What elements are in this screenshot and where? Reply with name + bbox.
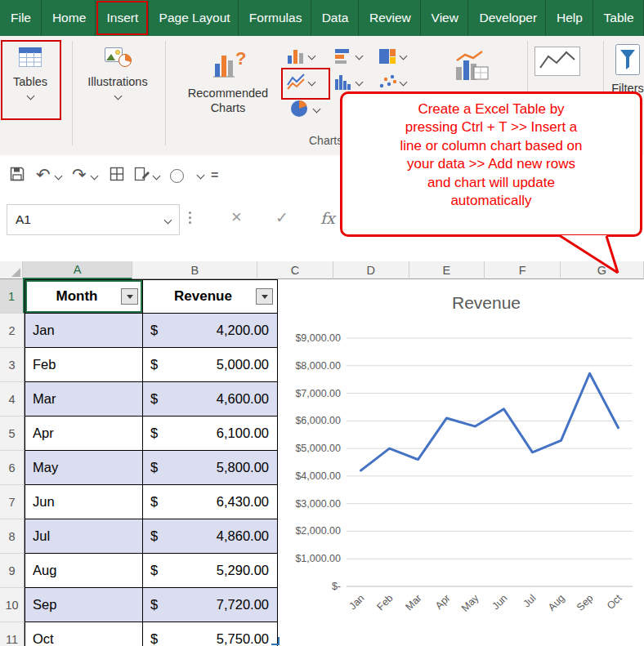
cell-B1-revenue-header[interactable]: Revenue bbox=[143, 279, 278, 314]
row-header[interactable]: 9 bbox=[0, 554, 25, 588]
currency-symbol: $ bbox=[150, 425, 158, 441]
month-cell[interactable]: Oct bbox=[25, 622, 143, 646]
recommended-charts-label: Recommended Charts bbox=[183, 86, 273, 115]
select-all-corner[interactable] bbox=[0, 261, 23, 279]
revenue-cell[interactable]: $5,800.00 bbox=[143, 451, 278, 485]
insert-bar-chart-button[interactable] bbox=[333, 46, 362, 65]
month-cell[interactable]: May bbox=[25, 451, 143, 485]
tab-view[interactable]: View bbox=[421, 0, 469, 36]
revenue-cell[interactable]: $4,200.00 bbox=[143, 314, 278, 348]
insert-column-chart-button[interactable] bbox=[286, 46, 315, 65]
grid-tool-icon[interactable] bbox=[108, 165, 126, 183]
revenue-cell[interactable]: $7,720.00 bbox=[143, 588, 278, 622]
revenue-cell[interactable]: $5,000.00 bbox=[143, 348, 278, 382]
table-resize-handle[interactable] bbox=[271, 637, 280, 645]
customize-toolbar-chevron-icon[interactable] bbox=[197, 172, 205, 180]
insert-scatter-chart-button[interactable] bbox=[378, 72, 406, 91]
oval-shape-icon[interactable] bbox=[170, 169, 184, 183]
sparkline-icon bbox=[534, 46, 581, 77]
revenue-cell[interactable]: $5,290.00 bbox=[143, 554, 278, 588]
tab-data[interactable]: Data bbox=[311, 0, 359, 36]
tab-insert[interactable]: Insert bbox=[96, 0, 148, 36]
column-header-F[interactable]: F bbox=[485, 261, 561, 279]
currency-symbol: $ bbox=[150, 528, 158, 544]
table-icon bbox=[16, 44, 44, 70]
insert-combo-chart-button[interactable] bbox=[451, 47, 492, 85]
chevron-down-icon bbox=[114, 92, 122, 100]
column-header-A[interactable]: A bbox=[23, 261, 132, 279]
row-header[interactable]: 10 bbox=[0, 588, 25, 622]
tab-page-layout[interactable]: Page Layout bbox=[149, 0, 239, 36]
tab-review[interactable]: Review bbox=[359, 0, 421, 36]
month-cell[interactable]: Jul bbox=[25, 519, 143, 554]
month-filter-button[interactable] bbox=[121, 288, 138, 305]
undo-icon[interactable]: ↶ bbox=[36, 166, 51, 183]
svg-text:Apr: Apr bbox=[433, 592, 453, 612]
row-header[interactable]: 5 bbox=[0, 417, 25, 451]
tab-home[interactable]: Home bbox=[42, 0, 96, 36]
edit-form-icon[interactable] bbox=[132, 165, 150, 183]
currency-symbol: $ bbox=[150, 631, 158, 646]
svg-text:Jul: Jul bbox=[521, 592, 538, 609]
redo-dropdown-chevron-icon[interactable] bbox=[91, 172, 99, 180]
row-header[interactable]: 4 bbox=[0, 382, 25, 417]
row-header-1[interactable]: 1 bbox=[0, 279, 25, 314]
tab-table-design[interactable]: Table bbox=[593, 0, 644, 36]
row-header[interactable]: 8 bbox=[0, 519, 25, 554]
tab-file[interactable]: File bbox=[0, 0, 42, 36]
revenue-cell[interactable]: $6,100.00 bbox=[143, 417, 278, 451]
revenue-filter-button[interactable] bbox=[256, 288, 273, 305]
name-box[interactable]: A1 bbox=[7, 204, 180, 235]
month-cell[interactable]: Jan bbox=[25, 314, 143, 348]
column-header-E[interactable]: E bbox=[409, 261, 485, 279]
redo-icon[interactable]: ↷ bbox=[72, 166, 87, 183]
tab-formulas[interactable]: Formulas bbox=[239, 0, 311, 36]
month-cell[interactable]: Apr bbox=[25, 417, 143, 451]
edit-dropdown-chevron-icon[interactable] bbox=[153, 172, 161, 180]
undo-dropdown-chevron-icon[interactable] bbox=[55, 172, 63, 180]
month-cell[interactable]: Jun bbox=[25, 485, 143, 519]
enter-icon[interactable]: ✓ bbox=[275, 208, 288, 227]
row-header[interactable]: 3 bbox=[0, 348, 25, 382]
currency-symbol: $ bbox=[150, 357, 158, 372]
row-header[interactable]: 7 bbox=[0, 485, 25, 519]
slicer-filter-icon bbox=[611, 42, 644, 77]
ribbon-options-icon[interactable]: = bbox=[211, 168, 218, 183]
revenue-cell[interactable]: $4,860.00 bbox=[143, 519, 278, 554]
insert-pie-chart-button[interactable] bbox=[289, 98, 320, 119]
insert-function-icon[interactable]: fx bbox=[320, 209, 335, 227]
row-header[interactable]: 6 bbox=[0, 451, 25, 485]
revenue-cell[interactable]: $6,430.00 bbox=[143, 485, 278, 519]
tab-developer[interactable]: Developer bbox=[468, 0, 546, 36]
name-box-dropdown[interactable] bbox=[156, 217, 179, 223]
row-header[interactable]: 11 bbox=[0, 622, 25, 646]
chevron-down-icon bbox=[313, 105, 321, 113]
month-cell[interactable]: Sep bbox=[25, 588, 143, 622]
revenue-cell[interactable]: $4,600.00 bbox=[143, 382, 278, 417]
cell-A1-month-header[interactable]: Month bbox=[25, 279, 143, 314]
month-cell[interactable]: Mar bbox=[25, 382, 143, 417]
filters-button[interactable]: Filters bbox=[608, 42, 644, 96]
illustrations-button[interactable]: Illustrations bbox=[77, 44, 159, 99]
svg-text:Jan: Jan bbox=[347, 592, 366, 612]
recommended-charts-button[interactable]: ? Recommended Charts bbox=[172, 46, 284, 115]
revenue-line-chart[interactable]: $-$1,000.00$2,000.00$3,000.00$4,000.00$5… bbox=[278, 279, 644, 646]
row-header[interactable]: 2 bbox=[0, 314, 25, 348]
tab-help[interactable]: Help bbox=[546, 0, 593, 36]
insert-hierarchy-chart-button[interactable] bbox=[378, 46, 406, 65]
insert-statistic-chart-button[interactable] bbox=[333, 72, 362, 91]
svg-text:$7,000.00: $7,000.00 bbox=[295, 388, 341, 399]
column-header-C[interactable]: C bbox=[257, 261, 333, 279]
month-cell[interactable]: Feb bbox=[25, 348, 143, 382]
amount-value: 6,430.00 bbox=[217, 494, 269, 510]
column-header-D[interactable]: D bbox=[333, 261, 409, 279]
insert-line-chart-button[interactable] bbox=[286, 72, 315, 91]
cancel-icon[interactable]: × bbox=[231, 207, 242, 228]
sparkline-button[interactable] bbox=[533, 46, 582, 77]
save-icon[interactable] bbox=[8, 165, 26, 183]
revenue-cell[interactable]: $5,750.00 bbox=[143, 622, 278, 646]
month-cell[interactable]: Aug bbox=[25, 554, 143, 588]
column-header-B[interactable]: B bbox=[132, 261, 257, 279]
formula-bar-splitter[interactable] bbox=[189, 212, 191, 224]
tables-button[interactable]: Tables bbox=[3, 44, 57, 99]
